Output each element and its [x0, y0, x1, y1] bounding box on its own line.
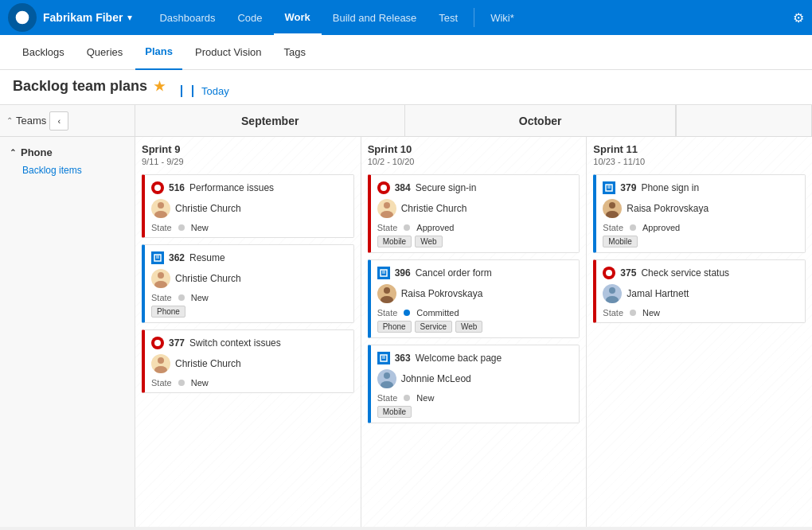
card-384-title-row: 384 Secure sign-in: [377, 181, 573, 194]
phone-team-name[interactable]: ⌃ Phone: [6, 143, 128, 162]
card-362-title-row: 362 Resume: [151, 251, 347, 264]
sprint-11-dates: 10/23 - 11/10: [593, 157, 806, 166]
state-value-379: Approved: [642, 223, 680, 232]
state-label-516: State: [151, 223, 172, 232]
state-value-375: New: [642, 308, 660, 318]
svg-point-16: [384, 202, 390, 208]
svg-point-26: [384, 372, 390, 379]
card-379-state: State Approved: [603, 223, 798, 232]
sprint-11-header: Sprint 11: [593, 143, 806, 155]
card-396-state: State Committed: [377, 308, 573, 318]
assignee-name-384: Christie Church: [401, 203, 467, 214]
work-card-516: 516 Performance issues Christie Church S…: [142, 174, 354, 238]
chevron-up-icon: ⌃: [6, 116, 13, 125]
svg-point-13: [154, 366, 167, 373]
card-363-title-row: 363 Welcome back page: [377, 352, 573, 364]
page-title-text: Backlog team plans: [13, 78, 147, 95]
svg-point-3: [158, 202, 164, 208]
card-396-assignee: Raisa Pokrovskaya: [377, 284, 573, 303]
nav-test[interactable]: Test: [427, 0, 469, 35]
sprint-11-column: Sprint 11 10/23 - 11/10 379 Phone sign i…: [587, 137, 812, 527]
state-label-379: State: [603, 223, 623, 232]
state-value-396: Committed: [416, 308, 459, 318]
nav-code[interactable]: Code: [226, 0, 273, 35]
card-379-tags: Mobile: [603, 236, 798, 247]
tag-mobile-384: Mobile: [377, 236, 412, 247]
avatar-384: [377, 199, 396, 218]
nav-separator: [474, 8, 474, 27]
card-id-363: 363: [395, 353, 411, 364]
tag-web-384: Web: [415, 236, 442, 247]
month-september: September: [135, 105, 405, 136]
state-value-377: New: [191, 378, 209, 388]
work-card-379: 379 Phone sign in Raisa Pokrovskaya Stat…: [593, 174, 806, 253]
card-375-assignee: Jamal Hartnett: [603, 284, 798, 303]
nav-work[interactable]: Work: [274, 0, 322, 35]
state-dot-396: [404, 310, 410, 316]
timeline-nav-back-button[interactable]: ‹: [49, 111, 68, 131]
card-375-state: State New: [603, 308, 798, 318]
card-379-assignee: Raisa Pokrovskaya: [603, 199, 798, 218]
org-chevron-icon[interactable]: ▾: [127, 12, 132, 23]
subnav-product-vision[interactable]: Product Vision: [185, 35, 271, 70]
card-title-384: Secure sign-in: [416, 182, 573, 193]
subnav-backlogs[interactable]: Backlogs: [13, 35, 74, 70]
content-area: ⌃ Phone Backlog items Sprint 9 9/11 - 9/…: [0, 137, 812, 527]
card-516-assignee: Christie Church: [151, 199, 347, 218]
svg-point-21: [384, 287, 390, 294]
nav-wiki[interactable]: Wiki*: [479, 0, 525, 35]
tag-service-396: Service: [415, 321, 452, 333]
card-363-tags: Mobile: [377, 406, 573, 418]
page-header: Backlog team plans ★ Today: [0, 70, 812, 105]
svg-point-0: [16, 11, 29, 25]
settings-icon[interactable]: ⚙: [793, 10, 804, 25]
state-dot-384: [404, 224, 410, 231]
card-516-title-row: 516 Performance issues: [151, 181, 347, 194]
org-logo: [8, 3, 37, 32]
month-october: October: [405, 105, 675, 136]
state-dot-363: [404, 395, 410, 401]
work-card-396: 396 Cancel order form Raisa Pokrovskaya …: [368, 259, 580, 338]
main-container: ⌃ Teams ‹ September October ⌃ Phone Back…: [0, 105, 812, 527]
avatar-362: [151, 269, 170, 288]
state-label-362: State: [151, 293, 172, 302]
card-title-363: Welcome back page: [416, 353, 573, 364]
phone-team-group: ⌃ Phone Backlog items: [0, 137, 135, 185]
work-card-377: 377 Switch context issues Christie Churc…: [142, 329, 354, 393]
favorite-star-icon[interactable]: ★: [154, 79, 165, 94]
tag-mobile-363: Mobile: [377, 406, 412, 418]
subnav-plans[interactable]: Plans: [135, 35, 182, 70]
avatar-375: [603, 284, 622, 303]
subnav-queries[interactable]: Queries: [77, 35, 133, 70]
nav-dashboards[interactable]: Dashboards: [148, 0, 226, 35]
card-363-state: State New: [377, 393, 573, 403]
assignee-name-375: Jamal Hartnett: [627, 288, 689, 299]
sprint-10-column: Sprint 10 10/2 - 10/20 384 Secure sign-i…: [361, 137, 588, 527]
sub-navigation: Backlogs Queries Plans Product Vision Ta…: [0, 35, 812, 70]
bug-icon-375: [603, 267, 615, 279]
subnav-tags[interactable]: Tags: [275, 35, 315, 70]
state-label-375: State: [603, 308, 623, 318]
bug-icon-377: [151, 337, 164, 349]
card-id-379: 379: [620, 182, 636, 193]
nav-build-release[interactable]: Build and Release: [322, 0, 428, 35]
task-icon-363: [377, 352, 390, 364]
assignee-name-379: Raisa Pokrovskaya: [627, 203, 709, 214]
card-title-516: Performance issues: [189, 182, 347, 193]
backlog-items-link[interactable]: Backlog items: [6, 162, 128, 179]
today-button[interactable]: Today: [192, 85, 229, 97]
state-dot-379: [630, 224, 636, 231]
card-379-title-row: 379 Phone sign in: [603, 181, 798, 194]
teams-sidebar: ⌃ Phone Backlog items: [0, 137, 135, 527]
work-card-363: 363 Welcome back page Johnnie McLeod Sta…: [368, 345, 580, 423]
card-id-362: 362: [169, 252, 185, 263]
card-title-362: Resume: [189, 252, 347, 263]
tag-phone-396: Phone: [377, 321, 412, 333]
sprint-9-header: Sprint 9: [142, 143, 354, 155]
assignee-name-396: Raisa Pokrovskaya: [401, 288, 483, 299]
state-value-362: New: [191, 293, 209, 302]
bug-icon-516: [151, 181, 164, 194]
svg-point-9: [154, 281, 167, 288]
month-extra: [676, 105, 812, 136]
card-title-377: Switch context issues: [189, 337, 347, 349]
